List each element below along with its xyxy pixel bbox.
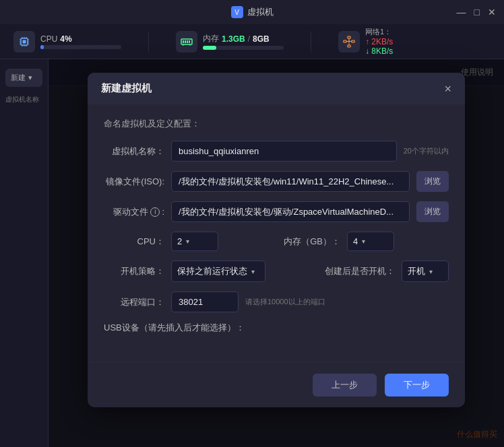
- remote-port-label: 远程端口：: [104, 296, 164, 308]
- boot-strategy-select[interactable]: 保持之前运行状态 ▾: [171, 261, 265, 282]
- memory-total: 8GB: [253, 34, 270, 44]
- status-divider-1: [148, 32, 149, 52]
- cpu-select-arrow: ▾: [186, 238, 189, 245]
- title-bar: V 虚拟机 — □ ✕: [0, 0, 504, 24]
- sidebar: 新建 ▾ 虚拟机名称: [0, 59, 49, 447]
- driver-row: 驱动文件 i : 浏览: [104, 201, 449, 222]
- prev-button[interactable]: 上一步: [313, 374, 377, 397]
- svg-rect-1: [23, 40, 26, 43]
- mem-select-arrow: ▾: [362, 238, 365, 245]
- new-vm-dialog: 新建虚拟机 × 命名虚拟机及定义配置： 虚拟机名称： 20个字符以内 镜像文件(…: [88, 73, 465, 407]
- cpu-memory-row: CPU： 2 ▾ 内存（GB）： 4 ▾: [104, 232, 449, 251]
- status-bar: CPU 4% 内存 1.3GB /: [0, 24, 504, 59]
- driver-input[interactable]: [171, 201, 410, 222]
- cpu-label: CPU: [40, 34, 57, 44]
- network-down: ↓ 8KB/s: [365, 46, 393, 56]
- iso-label: 镜像文件(ISO):: [104, 176, 164, 188]
- auto-start-value: 开机: [408, 265, 425, 277]
- app-title: 虚拟机: [247, 6, 274, 18]
- svg-rect-21: [348, 36, 350, 38]
- maximize-button[interactable]: □: [474, 7, 480, 17]
- status-divider-2: [311, 32, 311, 52]
- cpu-chart: [40, 45, 121, 49]
- window-controls: — □ ✕: [457, 7, 496, 17]
- cpu-value: 4%: [60, 34, 71, 44]
- cpu-fill: [40, 45, 44, 49]
- auto-start-arrow: ▾: [429, 268, 433, 275]
- cpu-status: CPU 4%: [13, 31, 121, 53]
- dialog-close-button[interactable]: ×: [444, 83, 451, 95]
- svg-rect-23: [352, 40, 354, 42]
- iso-row: 镜像文件(ISO): 浏览: [104, 171, 449, 192]
- boot-strategy-label: 开机策略：: [104, 265, 164, 277]
- svg-rect-22: [344, 40, 346, 42]
- iso-input[interactable]: [171, 171, 410, 192]
- mem-select[interactable]: 4 ▾: [347, 232, 394, 251]
- boot-autostart-row: 开机策略： 保持之前运行状态 ▾ 创建后是否开机： 开机 ▾: [104, 261, 449, 282]
- driver-info-icon[interactable]: i: [150, 207, 160, 217]
- usb-row: USB设备（请先插入后才能选择）：: [104, 322, 449, 339]
- auto-start-label: 创建后是否开机：: [325, 265, 395, 277]
- content-area: 使用说明 新建虚拟机 × 命名虚拟机及定义配置： 虚拟机名称： 20个字符以内: [49, 59, 504, 447]
- memory-icon: [176, 31, 197, 53]
- svg-rect-15: [183, 40, 184, 43]
- memory-chart: [203, 46, 284, 50]
- minimize-button[interactable]: —: [457, 7, 466, 17]
- svg-rect-18: [189, 40, 190, 43]
- auto-start-select[interactable]: 开机 ▾: [402, 261, 449, 282]
- dialog-header: 新建虚拟机 ×: [88, 73, 465, 104]
- dialog-footer: 上一步 下一步: [88, 362, 465, 407]
- mem-field-label: 内存（GB）：: [280, 236, 340, 248]
- dialog-title: 新建虚拟机: [101, 82, 152, 95]
- usb-label: USB设备（请先插入后才能选择）：: [104, 322, 245, 334]
- boot-strategy-value: 保持之前运行状态: [177, 265, 247, 277]
- vm-name-row: 虚拟机名称： 20个字符以内: [104, 141, 449, 162]
- vm-list-label: 虚拟机名称: [5, 95, 42, 104]
- memory-label: 内存: [203, 33, 219, 44]
- memory-fill: [203, 46, 216, 50]
- svg-rect-17: [187, 40, 188, 43]
- svg-rect-16: [185, 40, 186, 43]
- new-vm-button[interactable]: 新建 ▾: [5, 69, 42, 87]
- driver-browse-button[interactable]: 浏览: [416, 201, 449, 222]
- network-label: 网络1：: [365, 27, 393, 37]
- driver-label: 驱动文件 i :: [104, 206, 164, 218]
- cpu-select[interactable]: 2 ▾: [171, 232, 218, 251]
- main-area: 新建 ▾ 虚拟机名称 使用说明 新建虚拟机 × 命名虚拟机及定义配置：: [0, 59, 504, 447]
- svg-point-29: [348, 40, 350, 42]
- network-up: ↑ 2KB/s: [365, 37, 393, 46]
- new-vm-label: 新建: [11, 73, 26, 83]
- remote-port-hint: 请选择10000以上的端口: [245, 297, 325, 307]
- vm-name-input[interactable]: [171, 141, 397, 162]
- dialog-body: 命名虚拟机及定义配置： 虚拟机名称： 20个字符以内 镜像文件(ISO): 浏览: [88, 104, 465, 362]
- vm-name-label: 虚拟机名称：: [104, 145, 164, 158]
- boot-strategy-arrow: ▾: [251, 268, 255, 275]
- network-status: 网络1： ↑ 2KB/s ↓ 8KB/s: [338, 27, 393, 56]
- remote-port-input[interactable]: [171, 291, 239, 312]
- memory-status: 内存 1.3GB / 8GB: [176, 31, 284, 53]
- dialog-overlay: 新建虚拟机 × 命名虚拟机及定义配置： 虚拟机名称： 20个字符以内 镜像文件(…: [49, 59, 504, 447]
- title-bar-title: V 虚拟机: [231, 6, 274, 18]
- next-button[interactable]: 下一步: [385, 374, 449, 397]
- cpu-info: CPU 4%: [40, 34, 121, 49]
- cpu-select-value: 2: [177, 236, 182, 246]
- memory-info: 内存 1.3GB / 8GB: [203, 33, 284, 50]
- close-button[interactable]: ✕: [488, 7, 496, 17]
- cpu-icon: [13, 31, 35, 53]
- iso-browse-button[interactable]: 浏览: [416, 171, 449, 192]
- vm-name-hint: 20个字符以内: [404, 146, 449, 156]
- app-icon: V: [231, 6, 243, 18]
- new-vm-arrow: ▾: [28, 73, 32, 82]
- section-title: 命名虚拟机及定义配置：: [104, 118, 449, 130]
- network-info: 网络1： ↑ 2KB/s ↓ 8KB/s: [365, 27, 393, 56]
- svg-rect-24: [348, 45, 350, 47]
- mem-select-value: 4: [353, 236, 358, 246]
- cpu-field-label: CPU：: [104, 236, 164, 248]
- remote-port-row: 远程端口： 请选择10000以上的端口: [104, 291, 449, 312]
- memory-used: 1.3GB: [222, 34, 245, 44]
- network-icon: [338, 31, 360, 53]
